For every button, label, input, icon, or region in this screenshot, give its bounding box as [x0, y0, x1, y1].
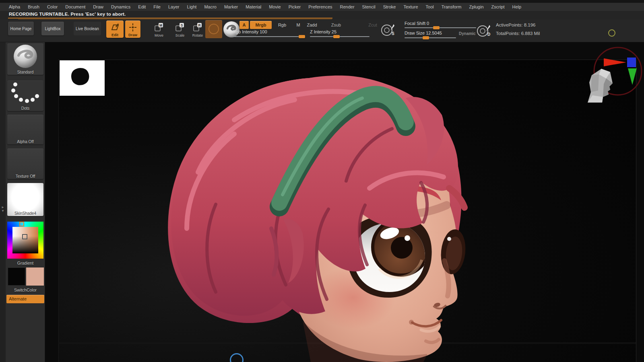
draw-size-handle[interactable]: [423, 36, 429, 39]
menubar: Alpha Brush Color Document Draw Dynamics…: [0, 3, 644, 11]
menu-item-macro[interactable]: Macro: [204, 4, 217, 9]
m-toggle-button[interactable]: M: [293, 21, 303, 29]
rgb-intensity-label: Rgb Intensity 100: [233, 29, 267, 34]
svg-text:S: S: [181, 23, 183, 27]
recording-bar: RECORDING TURNTABLE. Press 'Esc' key to …: [0, 11, 644, 19]
tray-collapse-handle-icon[interactable]: ▸▾: [1, 205, 5, 212]
recording-message: RECORDING TURNTABLE. Press 'Esc' key to …: [9, 12, 126, 16]
alternate-button[interactable]: Alternate: [6, 295, 44, 303]
rotate-mode-button[interactable]: R Rotate: [188, 21, 207, 38]
draw-mode-button[interactable]: Draw: [125, 21, 140, 38]
tray-divider-strip[interactable]: ▸▾: [0, 42, 6, 362]
brush-selector[interactable]: Standard: [7, 43, 43, 75]
edit-icon: [110, 23, 120, 33]
color-picker[interactable]: [7, 222, 43, 259]
lightbox-button[interactable]: LightBox: [41, 22, 64, 35]
gradient-label[interactable]: Gradient: [6, 261, 45, 265]
svg-text:M: M: [159, 23, 162, 27]
scale-mode-button[interactable]: S Scale: [171, 21, 189, 38]
sv-cursor[interactable]: [22, 234, 27, 239]
alpha-thumbnail[interactable]: [60, 60, 105, 96]
svg-text:R: R: [198, 23, 200, 27]
sculptris-pro-button[interactable]: [205, 20, 222, 38]
y-axis-arrow: [628, 68, 637, 85]
home-page-button[interactable]: Home Page: [8, 22, 34, 35]
menu-item-tool[interactable]: Tool: [426, 4, 434, 9]
document-canvas[interactable]: [45, 42, 644, 362]
menu-item-layer[interactable]: Layer: [168, 4, 180, 9]
menu-item-help[interactable]: Help: [512, 4, 522, 9]
edit-mode-button[interactable]: Edit: [106, 21, 124, 38]
mrgb-toggle-button[interactable]: Mrgb: [250, 21, 272, 29]
rotate-icon: R: [192, 22, 203, 33]
recording-underline: [8, 18, 332, 19]
zcut-toggle-button[interactable]: Zcut: [363, 21, 382, 29]
svg-text:S: S: [392, 31, 394, 36]
menu-item-brush[interactable]: Brush: [28, 4, 39, 9]
menu-item-zscript[interactable]: Zscript: [491, 4, 505, 9]
material-selector[interactable]: SkinShade4: [7, 183, 43, 216]
menu-item-light[interactable]: Light: [187, 4, 197, 9]
active-points-readout: ActivePoints: 8.196: [496, 23, 535, 27]
main-color-swatch[interactable]: [8, 267, 25, 286]
rgb-intensity-slider[interactable]: [233, 36, 305, 37]
texture-selector[interactable]: Texture Off: [7, 148, 43, 179]
texture-name-label: Texture Off: [7, 174, 43, 179]
menu-item-transform[interactable]: Transform: [442, 4, 462, 9]
rgb-intensity-handle[interactable]: [299, 35, 305, 38]
secondary-color-swatch[interactable]: [26, 267, 44, 286]
window-edge: [0, 0, 644, 3]
live-boolean-button[interactable]: Live Boolean: [74, 22, 101, 35]
menu-item-document[interactable]: Document: [65, 4, 85, 9]
menu-item-marker[interactable]: Marker: [224, 4, 238, 9]
menu-item-file[interactable]: File: [153, 4, 161, 9]
rotate-label: Rotate: [192, 33, 203, 37]
menu-item-material[interactable]: Material: [246, 4, 261, 9]
alpha-blob-icon: [60, 60, 105, 96]
zsub-toggle-button[interactable]: Zsub: [327, 21, 345, 29]
rgb-toggle-button[interactable]: Rgb: [275, 21, 290, 29]
scale-icon: S: [175, 22, 185, 33]
menu-item-dynamics[interactable]: Dynamics: [111, 4, 130, 9]
z-axis-cube: [627, 58, 636, 67]
svg-text:D: D: [487, 32, 490, 37]
sculptris-pro-icon: [208, 24, 219, 34]
dynamic-toggle[interactable]: Dynamic: [459, 31, 476, 36]
z-intensity-label: Z Intensity 25: [310, 29, 336, 34]
menu-item-stroke[interactable]: Stroke: [383, 4, 396, 9]
draw-icon: [128, 23, 137, 33]
menu-item-render[interactable]: Render: [340, 4, 355, 9]
dots-stroke-icon: [7, 80, 43, 105]
nav-gizmo[interactable]: [580, 42, 644, 107]
menu-item-zplugin[interactable]: Zplugin: [469, 4, 483, 9]
menu-item-picker[interactable]: Picker: [289, 4, 301, 9]
switch-color-label[interactable]: SwitchColor: [6, 288, 45, 292]
z-intensity-handle[interactable]: [333, 35, 340, 38]
z-intensity-slider[interactable]: [310, 36, 369, 37]
stroke-settings-icon[interactable]: S: [380, 22, 397, 39]
color-picker-sv-square[interactable]: [12, 227, 38, 253]
draw-size-slider[interactable]: [405, 37, 456, 38]
zadd-toggle-button[interactable]: Zadd: [303, 21, 321, 29]
draw-settings-icon[interactable]: D: [476, 23, 493, 39]
menu-item-stencil[interactable]: Stencil: [362, 4, 376, 9]
focal-shift-handle[interactable]: [433, 26, 440, 29]
menu-item-alpha[interactable]: Alpha: [9, 4, 20, 9]
alpha-name-label: Alpha Off: [7, 140, 43, 144]
menu-item-movie[interactable]: Movie: [269, 4, 281, 9]
menu-item-draw[interactable]: Draw: [93, 4, 103, 9]
alpha-selector[interactable]: Alpha Off: [7, 115, 43, 144]
standard-brush-icon: [7, 43, 43, 68]
menu-item-texture[interactable]: Texture: [403, 4, 418, 9]
menu-item-preferences[interactable]: Preferences: [308, 4, 332, 9]
draw-size-label: Draw Size 12.5045: [405, 31, 442, 35]
menu-item-edit[interactable]: Edit: [138, 4, 146, 9]
a-toggle-button[interactable]: A: [239, 21, 249, 29]
move-mode-button[interactable]: M Move: [150, 21, 168, 38]
menu-item-color[interactable]: Color: [47, 4, 58, 9]
sculpt-model-viewport[interactable]: [45, 60, 644, 362]
stroke-selector[interactable]: Dots: [7, 80, 43, 111]
hue-cursor[interactable]: [19, 222, 24, 226]
camera-head-icon: [588, 69, 613, 103]
focal-shift-slider[interactable]: [405, 27, 476, 28]
